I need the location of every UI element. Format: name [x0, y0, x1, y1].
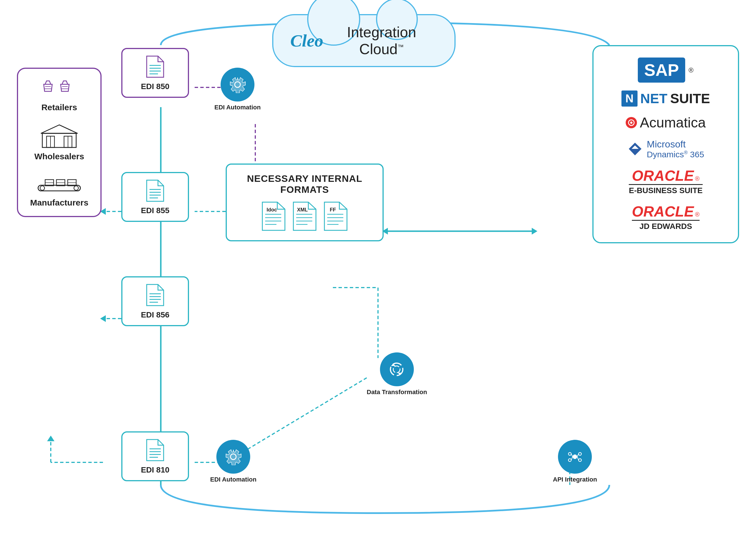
oracle-jde-name: ORACLE	[632, 203, 694, 220]
edi850-container: EDI 850	[121, 48, 189, 98]
central-formats-title: NECESSARY INTERNAL FORMATS	[235, 173, 374, 195]
netsuite-suite-text: SUITE	[670, 91, 710, 106]
api-integration-icon	[566, 448, 583, 465]
wholesalers-icon	[39, 124, 79, 149]
retailers-block: Retailers	[41, 77, 78, 112]
svg-point-80	[579, 459, 581, 461]
edi810-box: EDI 810	[121, 431, 189, 481]
idoc-format: Idoc	[261, 201, 286, 232]
idoc-doc-icon: Idoc	[261, 201, 286, 232]
svg-marker-87	[629, 143, 641, 155]
ff-format: FF	[323, 201, 348, 232]
xml-format: XML	[292, 201, 317, 232]
wholesalers-label: Wholesalers	[34, 152, 84, 161]
integration-cloud-text: Integration Cloud™	[326, 24, 438, 58]
left-entity-panel: Retailers Wholesalers	[17, 68, 102, 217]
netsuite-logo: N NET SUITE	[621, 91, 710, 107]
svg-text:XML: XML	[297, 207, 308, 213]
sap-text: SAP	[638, 58, 685, 83]
oracle-ebs-logo: ORACLE ® E-BUSINESS SUITE	[629, 167, 702, 195]
api-integration-badge: API Integration	[553, 440, 597, 483]
edi856-doc-icon	[145, 283, 165, 307]
acumatica-logo: Acumatica	[626, 115, 706, 131]
cleo-logo: Cleo	[290, 31, 323, 51]
edi855-container: EDI 855	[121, 172, 189, 222]
svg-point-86	[630, 122, 632, 124]
data-transform-icon	[388, 360, 406, 379]
netsuite-net-text: NET	[640, 91, 667, 106]
svg-marker-11	[47, 436, 54, 441]
erp-systems-panel: SAP ® N NET SUITE Acumatica	[592, 45, 739, 243]
edi850-doc-icon	[145, 55, 165, 79]
sap-registered: ®	[689, 66, 694, 74]
svg-text:Idoc: Idoc	[267, 207, 277, 213]
api-integration-label: API Integration	[553, 476, 597, 483]
edi810-container: EDI 810	[121, 431, 189, 481]
cloud-shape: Cleo Integration Cloud™	[272, 14, 456, 67]
gear-icon-top	[229, 76, 246, 93]
ms365-logo: Microsoft Dynamics® 365	[627, 139, 704, 159]
oracle-ebs-brand: ORACLE ®	[632, 167, 700, 184]
format-icons-row: Idoc XML	[261, 201, 348, 232]
sap-logo: SAP ®	[638, 58, 693, 83]
edi-automation-top-label: EDI Automation	[214, 104, 261, 111]
oracle-jde-brand: ORACLE ®	[632, 203, 700, 220]
ebs-subtitle: E-BUSINESS SUITE	[629, 184, 702, 195]
gear-icon-bottom	[225, 448, 242, 465]
svg-point-77	[568, 452, 571, 455]
wholesalers-block: Wholesalers	[34, 124, 84, 161]
cloud-header: Cleo Integration Cloud™	[195, 14, 533, 67]
svg-marker-72	[391, 364, 395, 366]
ff-doc-icon: FF	[323, 201, 348, 232]
edi-automation-bottom-badge: EDI Automation	[210, 440, 256, 483]
svg-marker-7	[100, 315, 106, 322]
svg-point-73	[393, 366, 400, 373]
svg-point-76	[573, 454, 577, 459]
cloud-inner: Cleo Integration Cloud™	[290, 24, 438, 58]
acumatica-dot	[626, 117, 637, 128]
svg-line-83	[571, 457, 573, 460]
edi856-container: EDI 856	[121, 276, 189, 326]
manufacturers-label: Manufacturers	[30, 198, 89, 208]
svg-marker-25	[41, 125, 78, 133]
svg-point-78	[579, 452, 581, 455]
edi855-doc-icon	[145, 179, 165, 203]
oracle-jde-logo: ORACLE ® JD EDWARDS	[632, 203, 700, 231]
data-transformation-badge: Data Transformation	[367, 352, 427, 396]
oracle-jde-reg: ®	[695, 211, 700, 218]
svg-line-84	[577, 457, 579, 460]
edi-automation-bottom-circle	[216, 440, 250, 474]
diagram-container: Cleo Integration Cloud™	[0, 0, 756, 543]
edi850-label: EDI 850	[141, 82, 169, 91]
svg-rect-24	[42, 133, 76, 148]
data-transformation-label: Data Transformation	[367, 388, 427, 396]
edi810-doc-icon	[145, 438, 165, 462]
svg-line-81	[571, 454, 573, 457]
dynamics365-text: Dynamics® 365	[647, 150, 704, 159]
ms365-text-block: Microsoft Dynamics® 365	[647, 139, 704, 159]
edi-automation-top-badge: EDI Automation	[214, 68, 261, 111]
edi855-label: EDI 855	[141, 206, 169, 215]
retailers-label: Retailers	[41, 103, 77, 112]
ms365-arrow-icon	[627, 141, 643, 157]
retailers-icon	[41, 77, 78, 100]
edi855-box: EDI 855	[121, 172, 189, 222]
api-integration-circle	[558, 440, 592, 474]
svg-point-79	[568, 459, 571, 461]
jde-subtitle: JD EDWARDS	[632, 220, 700, 231]
svg-line-82	[577, 454, 579, 457]
oracle-ebs-name: ORACLE	[632, 167, 694, 184]
edi856-box: EDI 856	[121, 276, 189, 326]
central-formats-box: NECESSARY INTERNAL FORMATS Idoc	[226, 164, 384, 241]
microsoft-text: Microsoft	[647, 139, 704, 150]
edi850-box: EDI 850	[121, 48, 189, 98]
trademark-symbol: ™	[397, 43, 404, 50]
manufacturers-block: Manufacturers	[30, 173, 89, 208]
edi810-label: EDI 810	[141, 465, 169, 474]
edi856-label: EDI 856	[141, 310, 169, 319]
svg-text:FF: FF	[330, 207, 336, 213]
acumatica-dot-icon	[628, 119, 635, 126]
edi-automation-top-circle	[221, 68, 254, 102]
data-transformation-circle	[380, 352, 414, 386]
edi-automation-bottom-label: EDI Automation	[210, 476, 256, 483]
